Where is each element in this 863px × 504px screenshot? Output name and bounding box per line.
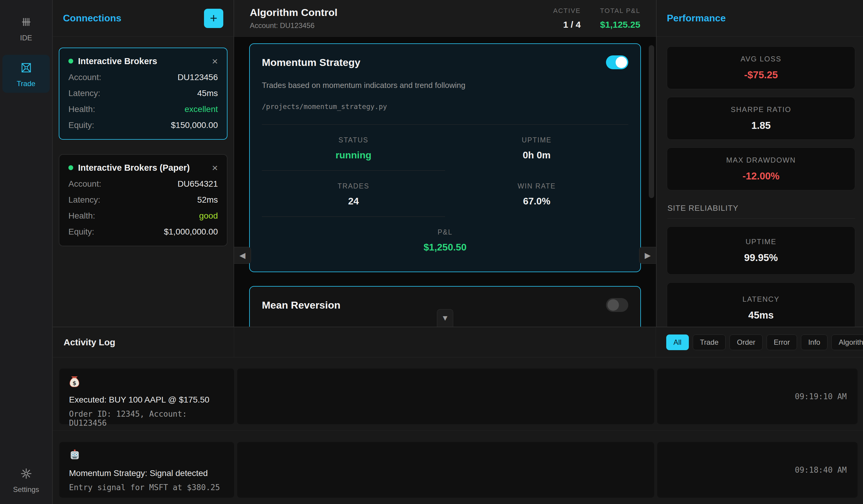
performance-panel: Performance AVG LOSS -$75.25 SHARPE RATI… xyxy=(656,0,863,327)
connection-card[interactable]: Interactive Brokers (Paper) × Account: D… xyxy=(59,154,227,246)
connection-card[interactable]: Interactive Brokers × Account: DU123456 … xyxy=(59,48,227,140)
metric-card-uptime: UPTIME 99.95% xyxy=(667,227,855,274)
field-value: DU654321 xyxy=(177,179,218,189)
connection-field: Health: good xyxy=(68,211,218,221)
filter-chip-all[interactable]: All xyxy=(666,335,689,350)
chevron-right-icon: ▶ xyxy=(645,251,651,260)
toggle-knob xyxy=(616,56,627,68)
sidebar-item-ide[interactable]: IDE xyxy=(2,9,50,47)
filter-chip-trade[interactable]: Trade xyxy=(693,335,726,350)
metric-card-sharpe-ratio: SHARPE RATIO 1.85 xyxy=(667,97,855,140)
log-time-card: 09:18:40 AM xyxy=(657,442,858,498)
metric-value: 99.95% xyxy=(744,252,778,263)
scroll-left-button[interactable]: ◀ xyxy=(234,247,251,264)
sidebar-item-trade[interactable]: Trade xyxy=(2,55,50,93)
field-label: Latency: xyxy=(68,89,100,98)
algorithm-header-stats: ACTIVE 1 / 4 TOTAL P&L $1,125.25 xyxy=(553,7,640,30)
field-label: Equity: xyxy=(68,227,94,237)
close-icon[interactable]: × xyxy=(212,56,218,66)
connection-field: Latency: 45ms xyxy=(68,89,218,98)
app-root: IDE Trade Settings xyxy=(0,0,863,504)
activity-log-header: Activity Log xyxy=(53,327,234,357)
log-row: $ Executed: BUY 100 AAPL @ $175.50 Order… xyxy=(53,357,234,431)
strategy-toggle[interactable] xyxy=(606,55,628,69)
algorithm-panel: Algorithm Control Account: DU123456 ACTI… xyxy=(234,0,656,327)
connection-field: Latency: 52ms xyxy=(68,195,218,205)
log-timestamp: 09:19:10 AM xyxy=(795,392,847,401)
log-row-time: 09:19:10 AM xyxy=(656,357,863,431)
metric-label: AVG LOSS xyxy=(741,55,781,63)
field-label: Health: xyxy=(68,211,95,221)
ide-icon xyxy=(19,15,33,30)
log-message-card: Momentum Strategy: Signal detected Entry… xyxy=(59,442,234,498)
algorithm-content: Momentum Strategy Trades based on moment… xyxy=(234,37,656,327)
connections-panel: Connections + Interactive Brokers × Acco… xyxy=(53,0,234,327)
log-timestamp: 09:18:40 AM xyxy=(795,465,847,475)
metric-label: WIN RATE xyxy=(445,182,628,190)
top-panels: Connections + Interactive Brokers × Acco… xyxy=(53,0,863,327)
scroll-right-button[interactable]: ▶ xyxy=(639,247,656,264)
metric-value: 0h 0m xyxy=(445,150,628,161)
connection-field: Equity: $1,000,000.00 xyxy=(68,227,218,237)
field-value: good xyxy=(199,211,218,221)
performance-title: Performance xyxy=(667,13,726,24)
filter-chip-order[interactable]: Order xyxy=(729,335,762,350)
activity-header-spacer xyxy=(234,327,656,357)
connected-status-dot xyxy=(68,165,73,170)
vertical-scrollbar[interactable] xyxy=(649,45,654,198)
filter-chip-error[interactable]: Error xyxy=(766,335,797,350)
field-label: Latency: xyxy=(68,195,100,205)
connections-header: Connections + xyxy=(53,0,234,37)
connection-field: Account: DU654321 xyxy=(68,179,218,189)
connection-field: Account: DU123456 xyxy=(68,73,218,82)
connected-status-dot xyxy=(68,59,73,64)
log-details: Order ID: 12345, Account: DU123456 xyxy=(69,410,225,427)
metric-value: 1.85 xyxy=(751,120,771,131)
field-label: Equity: xyxy=(68,120,94,130)
scroll-down-button[interactable]: ▼ xyxy=(437,309,453,327)
log-row-spacer xyxy=(234,431,656,504)
metric-label: UPTIME xyxy=(445,136,628,144)
log-message: Executed: BUY 100 AAPL @ $175.50 xyxy=(69,395,225,405)
chevron-down-icon: ▼ xyxy=(441,313,449,323)
connection-field: Health: excellent xyxy=(68,104,218,114)
svg-text:$: $ xyxy=(73,380,76,386)
metric-label: UPTIME xyxy=(746,237,776,246)
total-pnl-value: $1,125.25 xyxy=(600,20,640,30)
total-pnl-stat: TOTAL P&L $1,125.25 xyxy=(600,7,640,30)
log-row-time: 09:18:40 AM xyxy=(656,431,863,504)
metric-value: -12.00% xyxy=(742,170,779,182)
sidebar-item-label: IDE xyxy=(20,34,32,42)
strategy-metrics: STATUS running UPTIME 0h 0m TRADES 24 xyxy=(262,125,628,262)
field-value: $150,000.00 xyxy=(171,120,218,130)
add-connection-button[interactable]: + xyxy=(204,9,223,28)
log-details: Entry signal for MSFT at $380.25 xyxy=(69,483,225,492)
close-icon[interactable]: × xyxy=(212,163,218,173)
strategy-name: Mean Reversion xyxy=(262,299,340,311)
money-bag-icon: $ xyxy=(69,376,225,388)
metric-label: LATENCY xyxy=(742,295,779,303)
robot-icon xyxy=(69,449,225,461)
strategy-path: /projects/momentum_strategy.py xyxy=(262,103,628,125)
log-message: Momentum Strategy: Signal detected xyxy=(69,468,225,478)
sidebar-item-label: Trade xyxy=(17,79,36,88)
sidebar-item-settings[interactable]: Settings xyxy=(2,461,50,499)
field-value: 45ms xyxy=(197,89,218,98)
metric-uptime: UPTIME 0h 0m xyxy=(445,125,628,171)
strategy-header: Momentum Strategy xyxy=(262,55,628,69)
metric-status: STATUS running xyxy=(262,125,445,171)
filter-chip-algorithm[interactable]: Algorithm xyxy=(831,335,863,350)
strategy-toggle[interactable] xyxy=(606,298,628,312)
log-time-card: 09:19:10 AM xyxy=(657,369,858,424)
metric-value: 45ms xyxy=(748,310,774,321)
performance-body: AVG LOSS -$75.25 SHARPE RATIO 1.85 MAX D… xyxy=(656,37,863,334)
metric-value: running xyxy=(262,150,445,161)
field-value: DU123456 xyxy=(177,73,218,82)
metric-pnl: P&L $1,250.50 xyxy=(262,217,628,262)
log-spacer-card xyxy=(237,442,654,498)
metric-label: MAX DRAWDOWN xyxy=(726,156,796,164)
metric-card-latency: LATENCY 45ms xyxy=(667,282,855,334)
chevron-left-icon: ◀ xyxy=(240,251,246,260)
metric-value: $1,250.50 xyxy=(262,242,628,253)
filter-chip-info[interactable]: Info xyxy=(801,335,827,350)
